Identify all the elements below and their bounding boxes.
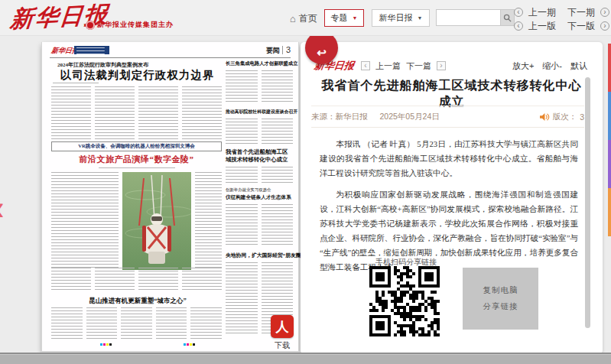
masthead-rule: [50, 57, 291, 58]
brand-affiliation: 新华报业传媒集团主办: [86, 20, 174, 30]
next-article-button[interactable]: 下一篇: [406, 60, 431, 72]
search-button[interactable]: [500, 9, 515, 26]
top-header: 新华日报 新华报业传媒集团主办 ⌂ 首页 专题 ▼ 新华日报 ▼ ‹ 上一期: [0, 0, 611, 36]
prev-article-button[interactable]: 上一篇: [375, 60, 401, 72]
side-tool-strip-purple[interactable]: [608, 140, 611, 188]
app-window: 新华日报 新华报业传媒集团主办 ⌂ 首页 专题 ▼ 新华日报 ▼ ‹ 上一期: [0, 0, 611, 364]
side-tool-strip-orange[interactable]: [608, 188, 611, 236]
fake-text-column: [156, 307, 187, 341]
feature-headline[interactable]: 前沿文旅产品演绎“数字金陵”: [51, 154, 222, 165]
newspaper-dateline-box: [74, 46, 109, 54]
right-headline-4[interactable]: 仪征构建全链条人才生态体系: [226, 194, 293, 201]
article-panel: ↩ 新华日报 ‹ 上一篇 下一篇 › 放大+ 缩小- 默认 我省首个先进船舶海工…: [301, 42, 603, 354]
pdf-icon: 人: [276, 318, 289, 336]
topics-dropdown[interactable]: 专题 ▼: [324, 9, 364, 27]
right-headline-2[interactable]: 推动高职院校社科联建设座谈会召开: [226, 109, 293, 115]
panel-scrollbar[interactable]: [585, 77, 590, 328]
edition-value: 3: [580, 112, 584, 122]
fake-text-column: [51, 172, 119, 270]
bottom-scrollbar-track[interactable]: [0, 353, 611, 364]
fake-text-column: [95, 86, 135, 140]
site-logo[interactable]: 新华日报: [9, 0, 110, 35]
nav-home[interactable]: ⌂ 首页: [290, 12, 317, 25]
zoom-in-button[interactable]: 放大+: [512, 60, 534, 72]
fake-text-column: [226, 119, 258, 145]
next-page-icon[interactable]: ›: [600, 21, 609, 31]
caret-down-icon: ▼: [418, 15, 423, 21]
section-divider: [282, 46, 283, 54]
prev-issue-icon[interactable]: ‹: [514, 8, 523, 17]
lead-story-text: [51, 86, 222, 140]
right-headline-3[interactable]: 我省首个先进船舶海工区域技术转移转化中心成立: [226, 148, 293, 164]
read-aloud-icon[interactable]: [539, 112, 550, 122]
article-body: 本报讯 （记者 叶真） 5月23日，由江苏科技大学与镇江高新区共同建设的我省首个…: [320, 137, 578, 281]
fake-text-column: [138, 86, 178, 140]
article-paragraph: 本报讯 （记者 叶真） 5月23日，由江苏科技大学与镇江高新区共同建设的我省首个…: [320, 137, 578, 180]
print-marks: [100, 343, 112, 346]
fake-text-column: [51, 268, 91, 291]
right-column: 长三角集成电路人才创新联盟成立 推动高职院校社科联建设座谈会召开 我省首个先进船…: [226, 60, 293, 336]
next-issue-button[interactable]: 下一期: [567, 6, 595, 19]
fake-text-column: [121, 307, 152, 341]
feature-kicker: VR跳伞设备、会调咖啡的机器人纷纷亮相深圳文博会: [51, 141, 222, 151]
bottom-story-text: [51, 307, 222, 341]
newspaper-page[interactable]: 新华日报 要闻 3 2024年江苏法院行政审判典型案例发布 以司法裁判划定行政权…: [42, 42, 298, 351]
fake-text-column: [86, 307, 118, 341]
bottom-story-headline[interactable]: 昆山推进有机更新重塑“城市之心”: [73, 297, 203, 306]
nav-home-label: 首页: [299, 12, 317, 25]
article-paragraph: 为积极响应国家创新驱动发展战略，围绕海洋强国和制造强国建设，江科大创新“高校+高…: [320, 187, 578, 275]
lead-story-byline: [53, 83, 99, 85]
next-article-icon[interactable]: ›: [437, 61, 446, 70]
prev-page-button[interactable]: 上一版: [528, 20, 556, 33]
fake-text-column: [182, 268, 222, 291]
fake-text-column: [226, 262, 258, 336]
next-issue-icon[interactable]: ›: [600, 8, 609, 17]
right-headline-1[interactable]: 长三角集成电路人才创新联盟成立: [226, 60, 293, 67]
article-meta: 来源： 新华日报 2025年05月24日 版次： 3: [311, 106, 584, 128]
qr-code: [369, 266, 440, 336]
feature-story: VR跳伞设备、会调咖啡的机器人纷纷亮相深圳文博会 前沿文旅产品演绎“数字金陵”: [51, 141, 222, 270]
side-tool-strip-red[interactable]: [608, 44, 611, 92]
back-button[interactable]: ↩: [305, 31, 338, 64]
fake-text-column: [138, 268, 178, 291]
back-arrow-icon: ↩: [317, 46, 327, 64]
fake-text-column: [226, 167, 258, 184]
brand-affiliation-label: 新华报业传媒集团主办: [97, 20, 174, 30]
pdf-download-button[interactable]: 人: [271, 315, 294, 338]
fake-text-column: [262, 167, 294, 184]
copy-link-button[interactable]: 复制电脑 分享链接: [463, 268, 538, 330]
newspaper-section-label: 要闻: [266, 46, 280, 56]
paper-dropdown-label: 新华日报: [379, 12, 413, 24]
topics-dropdown-label: 专题: [331, 12, 348, 24]
download-label[interactable]: 下载: [271, 340, 294, 351]
fake-text-column: [226, 70, 258, 104]
carousel-prev-icon[interactable]: ‹: [0, 191, 5, 225]
copy-link-line1: 复制电脑: [483, 285, 518, 296]
prev-page-icon[interactable]: ‹: [514, 21, 523, 31]
next-page-button[interactable]: 下一版: [567, 20, 595, 33]
prev-issue-button[interactable]: 上一期: [528, 6, 556, 19]
zoom-reset-button[interactable]: 默认: [570, 60, 587, 72]
caret-down-icon: ▼: [353, 15, 358, 21]
right-headline-5[interactable]: 央地协同，扩大国际经贸“朋友圈”: [226, 252, 293, 259]
newspaper-masthead: 新华日报 要闻 3: [50, 45, 291, 56]
feature-photo: [122, 172, 191, 270]
issue-page-pager: ‹ 上一期 下一期 › ‹ 上一版 下一版 ›: [514, 6, 609, 34]
side-tool-strip-blue[interactable]: [608, 92, 611, 140]
copy-link-line2: 分享链接: [483, 301, 518, 312]
feature-story-text: [51, 268, 222, 291]
right-kicker-4: 创新举办就业实习双选会: [226, 187, 293, 193]
search-input[interactable]: [436, 9, 500, 26]
prev-article-icon[interactable]: ‹: [361, 61, 370, 70]
fake-text-column: [226, 204, 258, 247]
search-bar: [436, 9, 515, 26]
fake-text-column: [182, 86, 222, 140]
source-value: 新华日报: [336, 112, 368, 122]
fake-text-column: [262, 70, 294, 104]
lead-story-headline[interactable]: 以司法裁判划定行政权力边界: [51, 68, 223, 83]
fake-text-column: [262, 204, 294, 247]
zoom-out-button[interactable]: 缩小-: [542, 60, 562, 72]
fake-text-column: [195, 172, 222, 270]
paper-dropdown[interactable]: 新华日报 ▼: [372, 9, 430, 27]
edition-label: 版次：: [553, 112, 577, 122]
